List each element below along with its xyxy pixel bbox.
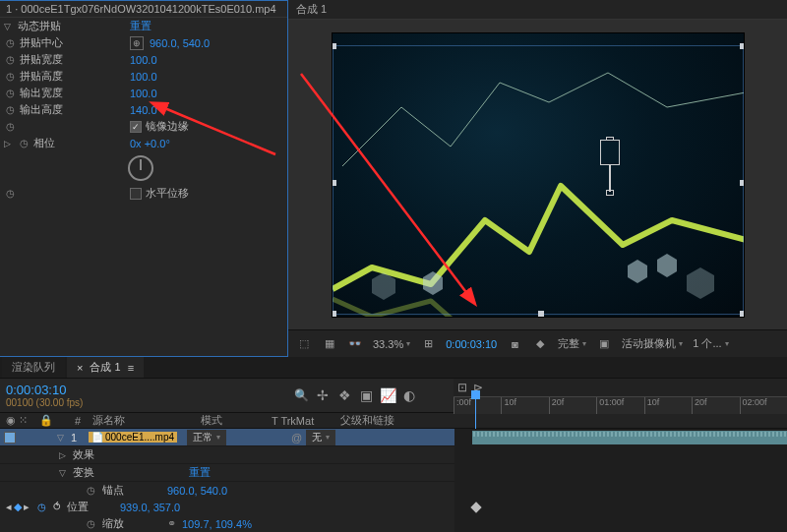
col-av[interactable]: ◉ ⁙: [0, 414, 39, 427]
composition-canvas[interactable]: [332, 32, 745, 318]
camera-icon[interactable]: [600, 140, 620, 165]
stopwatch-icon[interactable]: ◷: [85, 518, 96, 530]
checkbox-label: 镜像边缘: [146, 119, 189, 134]
col-mode[interactable]: 模式: [201, 413, 272, 428]
prop-label: 拼贴高度: [20, 69, 63, 84]
keyframe-diamond[interactable]: [470, 502, 481, 512]
glasses-icon[interactable]: 👓: [347, 336, 363, 352]
effect-name[interactable]: 动态拼贴: [18, 19, 61, 33]
stopwatch-icon[interactable]: ◷: [4, 37, 16, 49]
stopwatch-icon[interactable]: ◷: [18, 138, 30, 149]
stopwatch-icon[interactable]: ◷: [4, 121, 16, 133]
add-key-icon[interactable]: ◆: [14, 501, 22, 513]
twirl-icon[interactable]: ▷: [59, 450, 69, 460]
layer-index: 1: [71, 432, 85, 443]
prop-label: 输出高度: [20, 102, 63, 117]
stopwatch-icon[interactable]: ◷: [4, 71, 16, 83]
prop-value[interactable]: 100.0: [130, 71, 157, 83]
ruler-tick: :00f: [454, 397, 501, 414]
prop-value[interactable]: 960.0, 540.0: [150, 37, 210, 49]
zoom-dropdown[interactable]: 33.3%▾: [373, 338, 410, 350]
stopwatch-icon[interactable]: ◷: [85, 485, 96, 497]
stopwatch-icon[interactable]: ◷: [35, 502, 47, 513]
layer-row[interactable]: ▽ 1 📄 000ceE1....mp4 正常 ▾ @ 无 ▾: [0, 429, 454, 446]
transform-reset[interactable]: 重置: [189, 465, 211, 480]
framerate-label: 00100 (30.00 fps): [6, 397, 282, 408]
view-layout-icon[interactable]: ▣: [596, 336, 612, 352]
prop-value-highlighted[interactable]: 140.0: [130, 104, 157, 116]
angle-control[interactable]: [128, 155, 153, 181]
prop-value[interactable]: 100.0: [130, 54, 157, 66]
views-dropdown[interactable]: 1 个...▾: [693, 336, 728, 351]
effect-reset-link[interactable]: 重置: [130, 19, 151, 33]
keyframe-nav-icon[interactable]: ⊡: [457, 381, 467, 394]
checkbox-label: 水平位移: [146, 186, 189, 201]
prop-value[interactable]: 0x +0.0°: [130, 138, 170, 149]
viewer-area[interactable]: [288, 20, 787, 329]
twirl-icon[interactable]: ▽: [59, 468, 69, 478]
ruler-tick: 20f: [692, 397, 739, 414]
resolution-icon[interactable]: ⊞: [420, 336, 436, 352]
layers-icon[interactable]: ❖: [336, 387, 352, 403]
prop-value[interactable]: 109.7, 109.4%: [182, 518, 252, 530]
crosshair-icon[interactable]: ⊕: [130, 36, 144, 50]
twirl-icon[interactable]: ▽: [57, 433, 67, 443]
stopwatch-icon[interactable]: ◷: [4, 88, 16, 99]
prop-label: 拼贴宽度: [20, 52, 63, 67]
twirl-icon[interactable]: ▽: [4, 22, 14, 31]
prop-label: 锚点: [102, 483, 161, 498]
search-icon[interactable]: 🔍: [294, 388, 309, 402]
prop-label: 相位: [33, 136, 55, 150]
tab-render-queue[interactable]: 渲染队列: [2, 357, 65, 378]
prop-label: 位置: [67, 500, 114, 514]
shy-icon[interactable]: ✢: [315, 387, 331, 403]
monitor-icon[interactable]: ⬚: [296, 336, 312, 352]
transform-group[interactable]: 变换: [73, 465, 94, 480]
pickwhip-icon[interactable]: @: [291, 432, 302, 443]
fx-icon[interactable]: ▣: [358, 387, 374, 403]
visibility-toggle[interactable]: [4, 432, 16, 443]
checkbox[interactable]: ✓: [130, 121, 142, 133]
bounding-box[interactable]: [333, 45, 744, 315]
stopwatch-icon[interactable]: ◷: [4, 188, 16, 200]
prop-label: 输出宽度: [20, 86, 63, 100]
grid-icon[interactable]: ▦: [322, 336, 337, 352]
blend-mode-dropdown[interactable]: 正常 ▾: [187, 430, 226, 445]
camera-dropdown[interactable]: 活动摄像机▾: [622, 336, 683, 351]
color-icon[interactable]: ◆: [532, 336, 548, 352]
prop-value[interactable]: 960.0, 540.0: [167, 485, 227, 497]
viewer-tab[interactable]: 合成 1: [296, 2, 327, 17]
prop-label: 拼贴中心: [20, 35, 63, 50]
time-ruler[interactable]: :00f 10f 20f 01:00f 10f 20f 02:00f: [454, 396, 787, 414]
col-source-name[interactable]: 源名称: [92, 413, 201, 428]
preview-time[interactable]: 0:00:03:10: [446, 338, 497, 350]
ruler-tick: 10f: [501, 397, 548, 414]
col-parent[interactable]: 父级和链接: [340, 413, 451, 428]
ruler-tick: 20f: [549, 397, 596, 414]
ruler-tick: 01:00f: [596, 397, 643, 414]
twirl-icon[interactable]: ▷: [4, 139, 14, 148]
prop-value[interactable]: 939.0, 357.0: [120, 502, 180, 513]
graph-icon[interactable]: 📈: [380, 387, 395, 403]
col-lock-icon[interactable]: 🔒: [39, 414, 51, 427]
timeline-tracks[interactable]: [454, 429, 787, 532]
motion-blur-icon[interactable]: ◐: [401, 387, 417, 403]
col-trkmat[interactable]: T TrkMat: [272, 415, 340, 427]
checkbox[interactable]: [130, 188, 142, 200]
layer-duration-bar[interactable]: [472, 431, 787, 444]
prop-value[interactable]: 100.0: [130, 88, 157, 99]
ruler-tick: 02:00f: [740, 397, 787, 414]
prop-label: 缩放: [102, 516, 161, 531]
prev-key-icon[interactable]: ◂: [6, 501, 12, 513]
next-key-icon[interactable]: ▸: [24, 501, 30, 513]
effects-group[interactable]: 效果: [73, 447, 94, 462]
effects-panel-title: 1 · 000ceE1Tgx076rNdOW3201041200kTEs0E01…: [0, 1, 287, 18]
stopwatch-icon[interactable]: ◷: [4, 54, 16, 66]
snapshot-icon[interactable]: ◙: [507, 336, 522, 352]
current-time[interactable]: 0:00:03:10: [6, 383, 282, 397]
quality-dropdown[interactable]: 完整▾: [558, 336, 586, 351]
tab-composition[interactable]: × 合成 1 ≡: [67, 357, 144, 378]
parent-dropdown[interactable]: 无 ▾: [306, 430, 335, 445]
stopwatch-icon[interactable]: ◷: [4, 104, 16, 116]
layer-name-chip[interactable]: 📄 000ceE1....mp4: [89, 432, 177, 443]
